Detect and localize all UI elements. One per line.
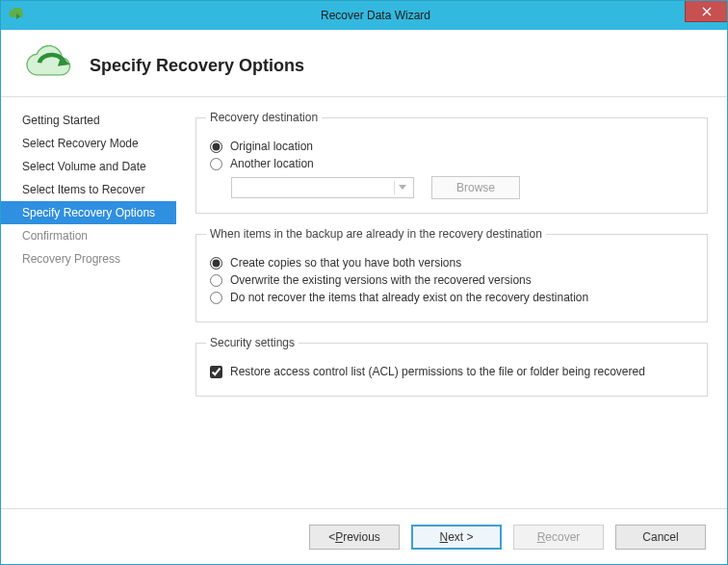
original-location-option[interactable]: Original location	[210, 140, 693, 153]
wizard-header: Specify Recovery Options	[1, 30, 727, 97]
wizard-window: Recover Data Wizard Specify Recovery Opt…	[0, 0, 728, 565]
overwrite-radio[interactable]	[210, 274, 222, 287]
previous-key: P	[335, 530, 343, 544]
original-location-radio[interactable]	[210, 141, 222, 153]
chevron-down-icon	[394, 181, 409, 194]
another-location-label: Another location	[230, 157, 314, 170]
cancel-button[interactable]: Cancel	[615, 525, 706, 550]
security-legend: Security settings	[206, 336, 299, 349]
location-path-box	[231, 177, 414, 198]
sidebar-item-confirmation: Confirmation	[1, 224, 176, 247]
wizard-body: Getting Started Select Recovery Mode Sel…	[1, 97, 727, 508]
recover-key: R	[537, 530, 546, 544]
steps-sidebar: Getting Started Select Recovery Mode Sel…	[1, 97, 176, 508]
original-location-label: Original location	[230, 140, 313, 153]
wizard-footer: < Previous Next > Recover Cancel	[1, 508, 727, 564]
title-bar: Recover Data Wizard	[1, 1, 727, 30]
restore-acl-option[interactable]: Restore access control list (ACL) permis…	[210, 365, 693, 378]
another-location-option[interactable]: Another location	[210, 157, 693, 170]
content-pane: Recovery destination Original location A…	[176, 97, 727, 508]
location-path-combo	[231, 177, 414, 198]
another-location-radio[interactable]	[210, 158, 222, 170]
skip-existing-option[interactable]: Do not recover the items that already ex…	[210, 291, 693, 304]
next-button[interactable]: Next >	[411, 525, 502, 550]
window-title: Recover Data Wizard	[24, 9, 727, 22]
skip-existing-label: Do not recover the items that already ex…	[230, 291, 588, 304]
restore-acl-checkbox[interactable]	[210, 366, 222, 378]
overwrite-label: Overwrite the existing versions with the…	[230, 273, 532, 287]
overwrite-option[interactable]: Overwrite the existing versions with the…	[210, 273, 693, 287]
previous-button[interactable]: < Previous	[309, 525, 400, 550]
sidebar-item-select-items[interactable]: Select Items to Recover	[1, 178, 176, 201]
recovery-destination-legend: Recovery destination	[206, 111, 322, 124]
browse-button: Browse	[431, 176, 520, 199]
create-copies-option[interactable]: Create copies so that you have both vers…	[210, 256, 693, 270]
create-copies-label: Create copies so that you have both vers…	[230, 256, 461, 270]
conflict-handling-group: When items in the backup are already in …	[195, 227, 708, 322]
conflict-legend: When items in the backup are already in …	[206, 227, 546, 241]
browse-button-label: Browse	[456, 181, 495, 194]
close-button[interactable]	[685, 1, 727, 22]
skip-existing-radio[interactable]	[210, 292, 222, 304]
sidebar-item-recovery-progress: Recovery Progress	[1, 247, 176, 270]
recover-button: Recover	[513, 525, 604, 550]
sidebar-item-select-recovery-mode[interactable]: Select Recovery Mode	[1, 132, 176, 155]
next-key: N	[439, 530, 448, 544]
cancel-label: Cancel	[642, 530, 678, 544]
page-title: Specify Recovery Options	[90, 56, 304, 76]
recovery-destination-group: Recovery destination Original location A…	[195, 111, 708, 214]
next-post: ext >	[448, 530, 473, 544]
sidebar-item-getting-started[interactable]: Getting Started	[1, 109, 176, 132]
create-copies-radio[interactable]	[210, 257, 222, 270]
previous-post: revious	[343, 530, 380, 544]
sidebar-item-select-volume-date[interactable]: Select Volume and Date	[1, 155, 176, 178]
sidebar-item-specify-options[interactable]: Specify Recovery Options	[1, 201, 176, 224]
security-settings-group: Security settings Restore access control…	[195, 336, 708, 397]
app-icon	[9, 8, 24, 23]
cloud-recover-icon	[22, 45, 74, 87]
restore-acl-label: Restore access control list (ACL) permis…	[230, 365, 645, 378]
another-location-row: Browse	[231, 176, 693, 199]
recover-post: ecover	[545, 530, 580, 544]
previous-pre: <	[328, 530, 335, 544]
